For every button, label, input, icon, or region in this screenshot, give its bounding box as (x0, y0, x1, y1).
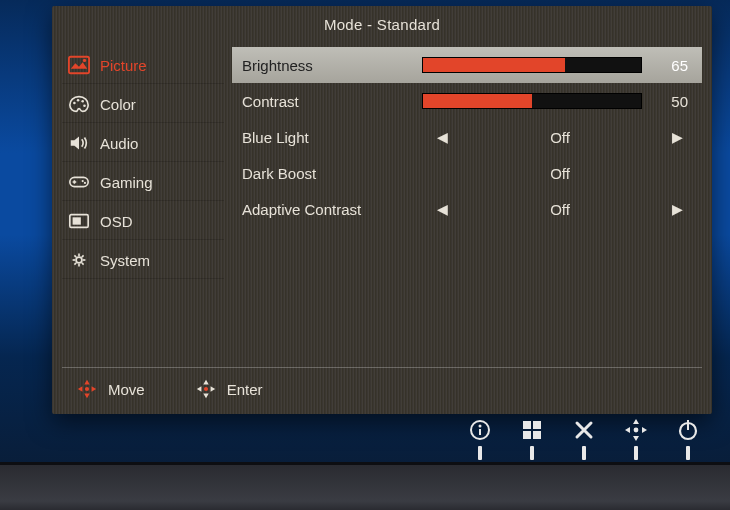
sidebar-item-label: Gaming (100, 174, 153, 191)
bezel-btn-close[interactable] (572, 418, 596, 460)
bezel-btn-info[interactable] (468, 418, 492, 460)
svg-marker-20 (210, 386, 215, 392)
setting-row-bluelight[interactable]: Blue Light ◀ Off ▶ (232, 119, 702, 155)
hint-enter-label: Enter (227, 381, 263, 398)
sidebar-item-picture[interactable]: Picture (62, 47, 224, 84)
svg-point-2 (73, 102, 76, 105)
svg-point-3 (77, 99, 80, 102)
slider-fill (423, 94, 532, 108)
power-icon (676, 418, 700, 442)
arrow-right-icon[interactable]: ▶ (668, 129, 688, 145)
monitor-bezel (0, 462, 730, 510)
sidebar-item-gaming[interactable]: Gaming (62, 164, 224, 201)
svg-marker-13 (84, 394, 90, 399)
brightness-value: 65 (654, 57, 688, 74)
arrow-left-icon[interactable]: ◀ (432, 129, 452, 145)
contrast-value: 50 (654, 93, 688, 110)
svg-point-8 (84, 182, 86, 184)
svg-point-23 (479, 425, 482, 428)
picture-icon (68, 55, 90, 75)
svg-marker-15 (92, 386, 97, 392)
svg-rect-26 (533, 421, 541, 429)
button-marker (686, 446, 690, 460)
setting-label: Blue Light (232, 129, 422, 146)
svg-marker-18 (203, 394, 209, 399)
adaptive-value: Off (550, 201, 570, 218)
sidebar: Picture Color Audio Gaming (62, 47, 224, 367)
setting-row-contrast[interactable]: Contrast 50 (232, 83, 702, 119)
svg-marker-32 (642, 427, 647, 433)
osd-icon (68, 211, 90, 231)
sidebar-item-osd[interactable]: OSD (62, 203, 224, 240)
svg-point-21 (204, 387, 208, 391)
svg-point-5 (83, 105, 86, 108)
button-marker (582, 446, 586, 460)
gear-icon (68, 250, 90, 270)
button-marker (530, 446, 534, 460)
settings-list: Brightness 65 Contrast 50 Bl (224, 47, 702, 367)
sidebar-item-label: Picture (100, 57, 147, 74)
arrow-left-icon[interactable]: ◀ (432, 201, 452, 217)
setting-label: Brightness (232, 57, 422, 74)
bezel-btn-nav[interactable] (624, 418, 648, 460)
setting-row-brightness[interactable]: Brightness 65 (232, 47, 702, 83)
brightness-slider[interactable] (422, 57, 642, 73)
svg-marker-30 (633, 436, 639, 441)
osd-panel: Mode - Standard Picture Color Audio (52, 6, 712, 414)
enter-icon (195, 378, 217, 400)
svg-point-16 (85, 387, 89, 391)
speaker-icon (68, 133, 90, 153)
svg-marker-14 (78, 386, 83, 392)
button-marker (634, 446, 638, 460)
sidebar-item-label: OSD (100, 213, 133, 230)
bluelight-value: Off (550, 129, 570, 146)
bezel-btn-power[interactable] (676, 418, 700, 460)
svg-marker-29 (633, 419, 639, 424)
svg-rect-27 (523, 431, 531, 439)
mode-label: Mode - Standard (52, 6, 712, 47)
svg-point-1 (83, 59, 86, 62)
slider-fill (423, 58, 565, 72)
svg-point-11 (76, 257, 82, 263)
svg-rect-35 (687, 420, 689, 430)
svg-point-33 (634, 428, 639, 433)
sidebar-item-label: Audio (100, 135, 138, 152)
sidebar-item-color[interactable]: Color (62, 86, 224, 123)
svg-rect-25 (523, 421, 531, 429)
osd-body: Picture Color Audio Gaming (52, 47, 712, 367)
bezel-btn-menu[interactable] (520, 418, 544, 460)
svg-rect-10 (73, 217, 81, 224)
svg-marker-31 (625, 427, 630, 433)
sidebar-item-audio[interactable]: Audio (62, 125, 224, 162)
sidebar-item-label: Color (100, 96, 136, 113)
arrow-right-icon[interactable]: ▶ (668, 201, 688, 217)
setting-label: Contrast (232, 93, 422, 110)
sidebar-item-system[interactable]: System (62, 242, 224, 279)
joystick-icon (624, 418, 648, 442)
hint-move: Move (76, 378, 145, 400)
setting-row-adaptive[interactable]: Adaptive Contrast ◀ Off ▶ (232, 191, 702, 227)
hint-move-label: Move (108, 381, 145, 398)
darkboost-value: Off (550, 165, 570, 182)
setting-label: Adaptive Contrast (232, 201, 422, 218)
button-marker (478, 446, 482, 460)
move-icon (76, 378, 98, 400)
close-icon (572, 418, 596, 442)
grid-icon (520, 418, 544, 442)
setting-row-darkboost[interactable]: Dark Boost ◀ Off ▶ (232, 155, 702, 191)
svg-rect-28 (533, 431, 541, 439)
svg-marker-19 (197, 386, 202, 392)
info-icon (468, 418, 492, 442)
bezel-button-strip (468, 418, 700, 460)
osd-footer: Move Enter (62, 367, 702, 414)
sidebar-item-label: System (100, 252, 150, 269)
svg-point-7 (82, 180, 84, 182)
svg-marker-12 (84, 380, 90, 385)
svg-point-4 (81, 100, 84, 103)
svg-rect-0 (69, 57, 89, 74)
svg-marker-17 (203, 380, 209, 385)
palette-icon (68, 94, 90, 114)
contrast-slider[interactable] (422, 93, 642, 109)
svg-rect-24 (479, 429, 481, 435)
setting-label: Dark Boost (232, 165, 422, 182)
